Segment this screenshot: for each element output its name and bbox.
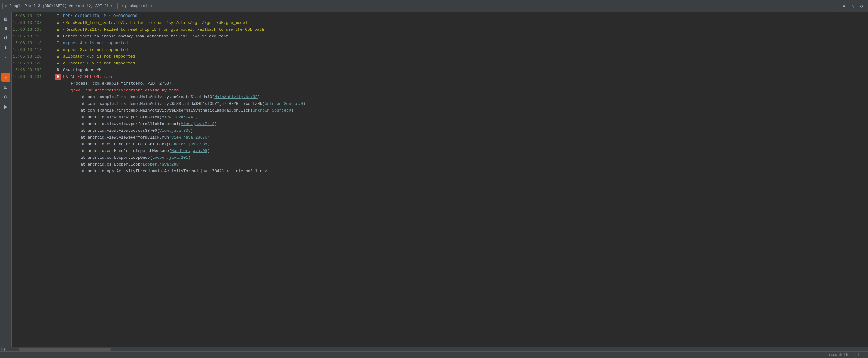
sidebar: 🗑 ⏸ ↺ ⬇ ↑ ↓ ≡ ⊞ ⊙ ▶ [0, 12, 12, 347]
stack-link[interactable]: MainActivity.kt:32 [214, 95, 257, 99]
log-message: <ReadGpuID:221>: Failed to read chip ID … [63, 27, 867, 33]
log-message: allocator 3.x is not supported [63, 60, 867, 66]
log-level-badge: W [55, 27, 61, 33]
stack-link[interactable]: View.java:7441 [162, 115, 195, 120]
log-row: 15:06:13.120 W allocator 4.x is not supp… [12, 53, 868, 60]
device-selector[interactable]: ☐ Google Pixel 3 (8BGX1ABT9) Android 12,… [2, 3, 115, 9]
stack-link[interactable]: Looper.java:288 [143, 162, 179, 167]
log-row-detail: at android.os.Handler.dispatchMessage(Ha… [12, 148, 868, 155]
filter-text: package:mine [125, 4, 152, 8]
log-timestamp: 15:06:20.634 [13, 74, 53, 80]
log-detail-stack: at android.view.View.performClick(View.j… [61, 114, 867, 121]
log-level-badge: I [55, 40, 61, 46]
video-button[interactable]: ▶ [1, 102, 10, 111]
log-message: Shutting down VM [63, 67, 867, 73]
log-detail-stack: at com.example.firstdemo.MainActivity.on… [61, 94, 867, 100]
log-row-detail: at android.os.Looper.loop(Looper.java:28… [12, 161, 868, 168]
stack-link[interactable]: View.java:28676 [172, 135, 207, 140]
watermark-text: CSDN @Client_Block [829, 353, 866, 357]
log-message: Binder ioctl to enable oneway spam detec… [63, 33, 867, 39]
log-timestamp: 15:06:13.118 [13, 40, 53, 46]
log-level-badge: W [55, 20, 61, 26]
stack-link[interactable]: View.java:7418 [181, 122, 214, 126]
stack-link[interactable]: Looper.java:201 [152, 155, 188, 160]
log-detail-exception: java.lang.ArithmeticException: divide by… [61, 87, 867, 94]
scroll-to-end-button[interactable]: ⬇ [1, 43, 10, 52]
log-level-badge: W [55, 60, 61, 66]
device-icon: ☐ [5, 4, 7, 8]
close-button[interactable]: ✕ [840, 3, 848, 9]
log-row-detail: at com.example.firstdemo.MainActivity$$E… [12, 107, 868, 114]
log-detail-process: Process: com.example.firstdemo, PID: 275… [61, 80, 867, 87]
log-row-detail: Process: com.example.firstdemo, PID: 275… [12, 80, 868, 87]
screenshot-button[interactable]: ⊙ [1, 93, 10, 101]
log-timestamp: 15:06:13.120 [13, 60, 53, 66]
log-timestamp: 15:06:13.115 [13, 33, 53, 39]
layout-button[interactable]: ⊞ [1, 83, 10, 91]
log-timestamp: 15:06:20.632 [13, 67, 53, 73]
log-detail-stack: at android.view.View$PerformClick.run(Vi… [61, 135, 867, 141]
log-row: 15:06:13.108 W <ReadGpuID_from_sysfs:197… [12, 20, 868, 26]
log-detail-stack: at android.view.View.access$3700(View.ja… [61, 128, 867, 134]
log-timestamp: 15:06:13.108 [13, 20, 53, 26]
delete-button[interactable]: 🗑 [1, 14, 10, 23]
log-detail-stack: at android.os.Looper.loop(Looper.java:28… [61, 162, 867, 168]
stack-link[interactable]: Handler.java:938 [169, 142, 207, 147]
log-level-badge: D [55, 67, 61, 73]
log-row-detail: at android.view.View.performClick(View.j… [12, 114, 868, 121]
log-row: 15:06:13.107 I PPP: 0x01001170, ML: 0x00… [12, 13, 868, 20]
log-row-fatal: 15:06:20.634 E FATAL EXCEPTION: main [12, 73, 868, 80]
toolbar: ☐ Google Pixel 3 (8BGX1ABT9) Android 12,… [0, 0, 868, 12]
log-row-detail: java.lang.ArithmeticException: divide by… [12, 87, 868, 94]
settings-button[interactable]: ⚙ [858, 3, 866, 9]
log-row: 15:06:13.108 W <ReadGpuID:221>: Failed t… [12, 26, 868, 33]
bookmark-button[interactable]: ☆ [849, 3, 857, 9]
log-message: mapper 3.x is not supported [63, 47, 867, 53]
scrollbar-thumb[interactable] [19, 348, 111, 351]
log-row-detail: at com.example.firstdemo.MainActivity.$r… [12, 101, 868, 107]
log-level-badge: W [55, 47, 61, 53]
stack-link[interactable]: Unknown Source:0 [265, 101, 303, 106]
filter-bar[interactable]: ⊿ package:mine [118, 3, 838, 9]
pause-button[interactable]: ⏸ [1, 24, 10, 32]
log-timestamp: 15:06:13.107 [13, 13, 53, 19]
log-detail-stack: at android.os.Looper.loopOnce(Looper.jav… [61, 155, 867, 161]
log-timestamp: 15:06:13.108 [13, 27, 53, 33]
log-level-badge: E [55, 74, 61, 80]
log-message-fatal: FATAL EXCEPTION: main [63, 74, 867, 80]
bottom-bar: CSDN @Client_Block [0, 351, 868, 358]
toolbar-actions: ✕ ☆ ⚙ [840, 3, 866, 9]
log-row-detail: at android.os.Handler.handleCallback(Han… [12, 141, 868, 148]
log-row: 15:06:13.115 D Binder ioctl to enable on… [12, 33, 868, 40]
log-message: PPP: 0x01001170, ML: 0x00000000 [63, 13, 867, 19]
log-message: <ReadGpuID_from_sysfs:197>: Failed to op… [63, 20, 867, 26]
scroll-up-button[interactable]: ↑ [1, 53, 10, 62]
log-level-badge: W [55, 54, 61, 60]
stack-link[interactable]: Unknown Source:0 [253, 108, 291, 113]
horizontal-scrollbar[interactable]: + [0, 347, 868, 351]
log-detail-stack: at android.app.ActivityThread.main(Activ… [61, 168, 867, 174]
log-row: 15:06:13.118 W mapper 3.x is not support… [12, 46, 868, 53]
chevron-down-icon: ▼ [111, 4, 112, 8]
scroll-down-button[interactable]: ↓ [1, 63, 10, 72]
main-area: 🗑 ⏸ ↺ ⬇ ↑ ↓ ≡ ⊞ ⊙ ▶ 15:06:13.107 I PPP: … [0, 12, 868, 347]
filter-lines-button[interactable]: ≡ [1, 73, 10, 82]
restart-button[interactable]: ↺ [1, 34, 10, 42]
log-timestamp: 15:06:13.118 [13, 47, 53, 53]
log-detail-stack: at android.os.Handler.dispatchMessage(Ha… [61, 148, 867, 154]
filter-funnel-icon: ⊿ [120, 4, 123, 8]
log-detail-stack: at android.os.Handler.handleCallback(Han… [61, 141, 867, 148]
log-detail-stack: at com.example.firstdemo.MainActivity$$E… [61, 107, 867, 114]
log-row-detail: at android.view.View.performClickInterna… [12, 121, 868, 128]
log-timestamp: 15:06:13.120 [13, 54, 53, 60]
stack-link[interactable]: View.java:835 [159, 128, 190, 133]
log-row-detail: at android.app.ActivityThread.main(Activ… [12, 168, 868, 175]
log-message: allocator 4.x is not supported [63, 54, 867, 60]
log-level-badge: I [55, 13, 61, 19]
log-area[interactable]: 15:06:13.107 I PPP: 0x01001170, ML: 0x00… [12, 12, 868, 347]
stack-link[interactable]: Handler.java:99 [172, 149, 207, 153]
log-message: mapper 4.x is not supported [63, 40, 867, 46]
log-level-badge: D [55, 33, 61, 39]
log-detail-stack: at com.example.firstdemo.MainActivity.$r… [61, 101, 867, 107]
device-label: Google Pixel 3 (8BGX1ABT9) Android 12, A… [9, 4, 108, 8]
